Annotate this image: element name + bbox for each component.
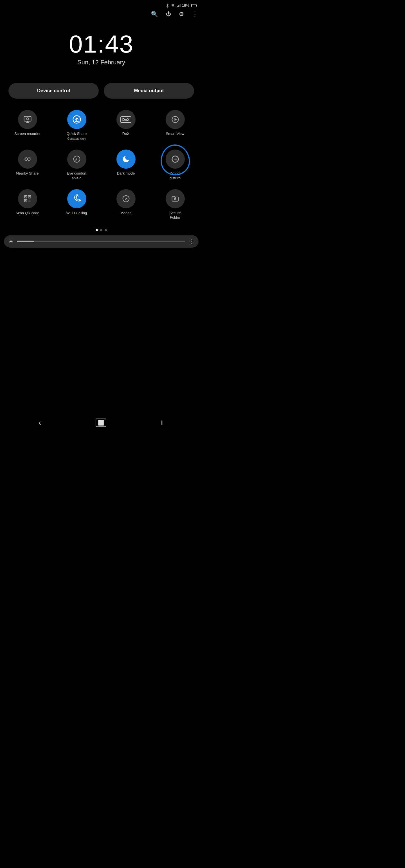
- secure-folder-icon: [171, 194, 179, 203]
- status-bar: 19%: [0, 0, 202, 9]
- clock-time: 01:43: [0, 32, 202, 57]
- pagination-dot-1: [96, 229, 98, 231]
- eye-comfort-icon-wrap: A: [67, 150, 86, 169]
- quick-share-label: Quick ShareContacts only: [67, 131, 87, 141]
- dark-mode-label: Dark mode: [117, 171, 135, 176]
- quick-actions-row: 🔍 ⏻ ⚙ ⋮: [0, 9, 202, 21]
- dnd-icon-wrap: [166, 150, 185, 169]
- svg-rect-31: [174, 198, 176, 199]
- settings-icon[interactable]: ⚙: [179, 11, 184, 18]
- scan-qr-icon: [23, 194, 32, 203]
- wifi-calling-icon: [72, 194, 81, 203]
- navigation-bar: ‹ ⬜ ⦀: [0, 414, 202, 434]
- tile-wifi-calling[interactable]: Wi-Fi Calling: [52, 185, 101, 224]
- tile-smart-view[interactable]: Smart View: [150, 105, 200, 145]
- clock-section: 01:43 Sun, 12 February: [0, 21, 202, 72]
- back-button[interactable]: ‹: [38, 418, 41, 427]
- screen-recorder-icon: [23, 115, 32, 124]
- svg-rect-3: [179, 4, 179, 7]
- power-icon[interactable]: ⏻: [166, 11, 171, 17]
- dex-label: DeX: [122, 131, 129, 136]
- quick-share-icon-wrap: [67, 110, 86, 129]
- battery-icon: [191, 4, 197, 8]
- tile-screen-recorder[interactable]: Screen recorder: [3, 105, 52, 145]
- wifi-icon: [171, 4, 175, 8]
- svg-rect-22: [25, 196, 26, 197]
- wifi-calling-label: Wi-Fi Calling: [66, 211, 87, 216]
- battery-text: 19%: [182, 3, 189, 8]
- tiles-grid: Screen recorder Quick ShareContacts only…: [0, 105, 202, 224]
- svg-rect-2: [178, 5, 179, 7]
- status-icons: 19%: [165, 3, 197, 8]
- quick-share-icon: [72, 115, 81, 124]
- svg-rect-23: [29, 196, 30, 197]
- svg-rect-4: [180, 4, 180, 7]
- brightness-more-icon[interactable]: ⋮: [189, 238, 194, 245]
- media-output-button[interactable]: Media output: [104, 83, 194, 99]
- modes-label: Modes: [120, 211, 131, 216]
- pagination-dots: [0, 224, 202, 235]
- recents-button[interactable]: ⦀: [161, 419, 164, 426]
- screen-recorder-label: Screen recorder: [15, 131, 40, 136]
- svg-rect-24: [25, 200, 26, 201]
- svg-text:A: A: [75, 157, 77, 161]
- tile-scan-qr[interactable]: Scan QR code: [3, 185, 52, 224]
- svg-rect-26: [30, 199, 30, 200]
- control-buttons: Device control Media output: [0, 72, 202, 105]
- more-options-icon[interactable]: ⋮: [192, 10, 197, 18]
- tile-nearby-share[interactable]: Nearby Share: [3, 145, 52, 185]
- signal-icon: [177, 4, 180, 8]
- secure-folder-label: SecureFolder: [169, 211, 181, 220]
- eye-comfort-icon: A: [73, 155, 81, 163]
- tile-dnd[interactable]: Do notdisturb: [150, 145, 200, 185]
- svg-marker-14: [174, 118, 177, 121]
- scan-qr-icon-wrap: [18, 189, 37, 208]
- wifi-calling-icon-wrap: [67, 189, 86, 208]
- modes-icon: [122, 194, 130, 203]
- dnd-icon: [171, 155, 179, 163]
- brightness-icon: ☀: [8, 238, 13, 245]
- dex-icon: DeX: [120, 116, 131, 123]
- clock-date: Sun, 12 February: [0, 59, 202, 66]
- smart-view-icon: [171, 115, 179, 124]
- search-icon[interactable]: 🔍: [151, 11, 158, 18]
- svg-rect-28: [30, 201, 30, 202]
- tile-secure-folder[interactable]: SecureFolder: [150, 185, 200, 224]
- svg-rect-8: [24, 116, 31, 121]
- nearby-share-icon: [23, 155, 32, 163]
- brightness-slider[interactable]: [17, 241, 185, 242]
- nearby-share-label: Nearby Share: [16, 171, 38, 176]
- smart-view-icon-wrap: [166, 110, 185, 129]
- tile-eye-comfort[interactable]: A Eye comfortshield: [52, 145, 101, 185]
- brightness-row[interactable]: ☀ ⋮: [4, 235, 199, 248]
- home-button[interactable]: ⬜: [96, 418, 106, 427]
- eye-comfort-label: Eye comfortshield: [67, 171, 86, 181]
- pagination-dot-3: [105, 229, 107, 231]
- bluetooth-icon: [165, 4, 169, 8]
- tile-dex[interactable]: DeX DeX: [101, 105, 150, 145]
- brightness-fill: [17, 241, 34, 242]
- svg-rect-25: [28, 199, 29, 200]
- screen-recorder-icon-wrap: [18, 110, 37, 129]
- tile-quick-share[interactable]: Quick ShareContacts only: [52, 105, 101, 145]
- svg-point-9: [26, 118, 29, 120]
- scan-qr-label: Scan QR code: [16, 211, 39, 216]
- dex-icon-wrap: DeX: [116, 110, 136, 129]
- svg-point-29: [78, 196, 79, 196]
- device-control-button[interactable]: Device control: [8, 83, 99, 99]
- svg-point-0: [173, 7, 173, 7]
- nearby-share-icon-wrap: [18, 150, 37, 169]
- svg-rect-6: [196, 5, 197, 6]
- tile-modes[interactable]: Modes: [101, 185, 150, 224]
- dark-mode-icon: [122, 155, 130, 163]
- dark-mode-icon-wrap: [116, 150, 136, 169]
- svg-rect-27: [28, 201, 29, 202]
- tile-dark-mode[interactable]: Dark mode: [101, 145, 150, 185]
- modes-icon-wrap: [116, 189, 136, 208]
- pagination-dot-2: [100, 229, 103, 231]
- secure-folder-icon-wrap: [166, 189, 185, 208]
- smart-view-label: Smart View: [166, 131, 184, 136]
- svg-rect-1: [177, 6, 177, 7]
- svg-rect-7: [191, 4, 192, 7]
- dnd-label: Do notdisturb: [170, 171, 180, 181]
